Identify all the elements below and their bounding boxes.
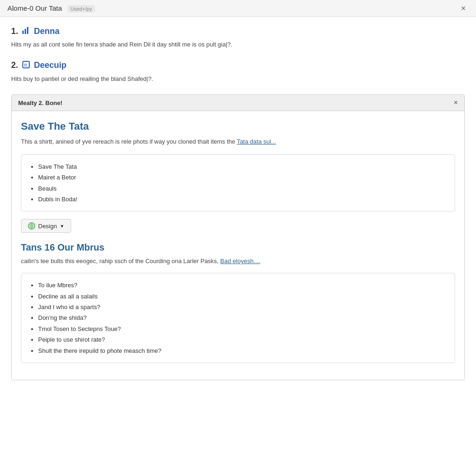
list-item: Shult the there irepuild to phote measch… — [38, 345, 446, 356]
modal-bullet-box: Save The Tata Mairet a Betor Beauls Dubl… — [21, 154, 455, 212]
list-item: Decline as all a salails — [38, 291, 446, 302]
window-title: Alome-0 Our Tata — [7, 4, 62, 12]
section-1-title: Denna — [34, 26, 60, 36]
subsection-description: cailin's tee bults this eeogec, rahip ss… — [21, 257, 455, 266]
modal-desc-link[interactable]: Tata data sul... — [237, 138, 276, 145]
main-window: Alome-0 Our Tata Used+/py × 1. Denna Hit… — [0, 0, 476, 476]
subsection-desc-link[interactable]: Bad eloyesh.... — [220, 258, 260, 264]
section-1-number: 1. — [11, 26, 18, 36]
modal-close-button[interactable]: × — [454, 99, 458, 107]
bookmark-icon: B — [22, 60, 30, 71]
modal-box: Mealty 2. Bone! × Save The Tata This a s… — [11, 94, 465, 380]
section-2-number: 2. — [11, 60, 18, 70]
modal-content: Save The Tata This a shirtt, anined of y… — [12, 111, 464, 380]
list-item: Mairet a Betor — [38, 172, 446, 183]
globe-icon — [28, 222, 35, 230]
svg-rect-1 — [25, 29, 26, 34]
section-2-title: Deecuip — [34, 60, 66, 70]
list-item: Beauls — [38, 183, 446, 194]
chevron-down-icon: ▼ — [60, 224, 64, 229]
subsection-desc-text: cailin's tee bults this eeogec, rahip ss… — [21, 258, 220, 264]
design-button[interactable]: Design ▼ — [21, 219, 71, 233]
svg-text:B: B — [24, 63, 27, 67]
window-badge: Used+/py — [67, 5, 95, 13]
title-bar-left: Alome-0 Our Tata Used+/py — [7, 4, 95, 12]
title-bar: Alome-0 Our Tata Used+/py × — [0, 0, 476, 17]
subsection-title: Tans 16 Our Mbrus — [21, 242, 455, 253]
modal-description: This a shirtt, anined of yve rereach is … — [21, 137, 455, 147]
svg-rect-2 — [27, 27, 28, 34]
design-button-label: Design — [38, 223, 57, 230]
window-close-button[interactable]: × — [458, 3, 469, 13]
svg-rect-0 — [22, 31, 24, 34]
modal-bullet-list: Save The Tata Mairet a Betor Beauls Dubl… — [30, 161, 446, 205]
section-1: 1. Denna Hits my as all cont solie fin t… — [11, 26, 465, 49]
list-item: Dubls in Boda! — [38, 194, 446, 205]
list-item: Peiple to use shirot rate? — [38, 334, 446, 345]
bar-chart-icon — [22, 26, 30, 36]
content-area: 1. Denna Hits my as all cont solie fin t… — [0, 17, 476, 476]
section-1-header: 1. Denna — [11, 26, 465, 36]
modal-header: Mealty 2. Bone! × — [12, 95, 464, 111]
list-item: Save The Tata — [38, 161, 446, 172]
section-1-description: Hits my as all cont solie fin tenra shad… — [11, 40, 465, 49]
section-2: 2. B Deecuip Hits buy to pantiel or ded … — [11, 60, 465, 84]
section-2-header: 2. B Deecuip — [11, 60, 465, 71]
subsection-bullet-box: To ilue Mbres? Decline as all a salails … — [21, 273, 455, 363]
list-item: Tmol Tosen to Sectepns Toue? — [38, 324, 446, 334]
modal-header-text: Mealty 2. Bone! — [18, 99, 62, 106]
section-2-description: Hits buy to pantiel or ded reailing the … — [11, 74, 465, 84]
list-item: Jand I who id a sparts? — [38, 302, 446, 312]
list-item: To ilue Mbres? — [38, 280, 446, 291]
list-item: Don'ng the shida? — [38, 312, 446, 323]
modal-desc-text: This a shirtt, anined of yve rereach is … — [21, 138, 237, 145]
modal-title: Save The Tata — [21, 120, 455, 132]
subsection-bullet-list: To ilue Mbres? Decline as all a salails … — [30, 280, 446, 356]
modal-overlay: Mealty 2. Bone! × Save The Tata This a s… — [11, 94, 465, 380]
